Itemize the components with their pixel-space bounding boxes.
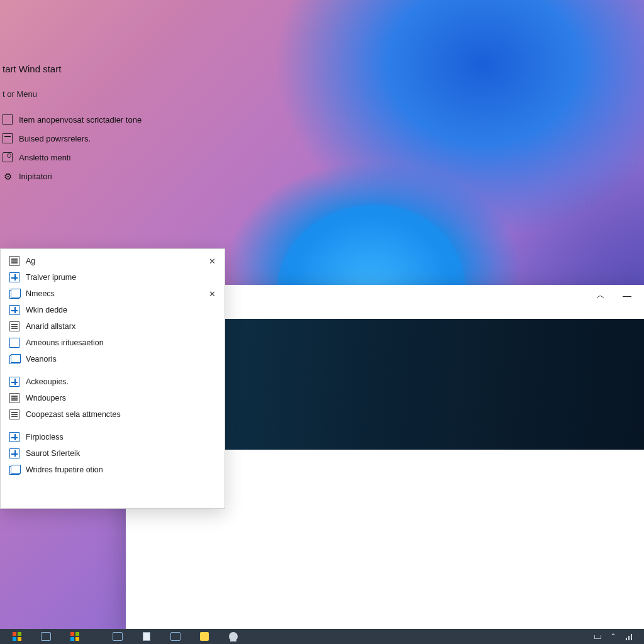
start-title: tart Wind start <box>0 60 226 86</box>
grid-icon <box>9 432 19 442</box>
apps-item-4[interactable]: Anarid allstarx <box>1 318 225 335</box>
taskbar-browser[interactable] <box>162 630 189 643</box>
doc-icon <box>9 393 19 403</box>
start-item-label: Ansletto menti <box>19 153 70 162</box>
start-item-3[interactable]: Inipitatori <box>0 167 226 186</box>
disk-icon <box>3 152 13 162</box>
apps-item-1[interactable]: Tralver iprume <box>1 269 225 286</box>
taskbar-mail[interactable] <box>33 630 59 643</box>
taskbar-notes[interactable] <box>191 630 218 643</box>
close-icon[interactable]: ✕ <box>209 257 216 266</box>
square-icon <box>9 338 19 348</box>
apps-item-0[interactable]: Ag✕ <box>1 253 225 269</box>
apps-item-label: Ag <box>26 257 35 265</box>
grid-icon <box>9 272 19 282</box>
taskbar-windows[interactable] <box>62 630 88 643</box>
gear-icon <box>3 171 13 181</box>
calendar-icon <box>3 133 13 143</box>
svg-rect-1 <box>628 636 630 640</box>
apps-item-label: Anarid allstarx <box>26 322 75 331</box>
apps-item-10[interactable]: Firpiocless <box>1 429 225 445</box>
apps-item-label: Saurot Srlerteik <box>26 449 80 458</box>
apps-item-12[interactable]: Wridres frupetire otion <box>1 462 225 478</box>
start-item-label: Buised powrsrelers. <box>19 134 91 143</box>
apps-item-label: Firpiocless <box>26 433 64 441</box>
apps-item-label: Veanoris <box>26 355 57 364</box>
taskbar: ⌴ ⌃ <box>0 629 644 644</box>
apps-panel: Ag✕Tralver iprumeNmeecs✕Wkin deddeAnarid… <box>0 248 225 509</box>
system-tray: ⌴ ⌃ <box>594 632 640 641</box>
apps-item-3[interactable]: Wkin dedde <box>1 302 225 318</box>
letter-icon <box>9 256 19 266</box>
apps-item-label: Coopezast sela attmenctes <box>26 410 121 419</box>
start-item-label: Item anopenvosat scrictadier tone <box>19 115 142 125</box>
taskbar-people[interactable] <box>220 630 247 643</box>
start-subtitle: t or Menu <box>0 86 226 110</box>
tray-network-icon[interactable] <box>625 632 634 641</box>
close-icon[interactable]: ✕ <box>209 289 216 299</box>
taskbar-folder[interactable] <box>104 630 131 643</box>
folder-icon <box>113 632 123 641</box>
collapse-button[interactable]: ︿ <box>596 290 605 301</box>
taskbar-start[interactable] <box>4 630 30 643</box>
start-item-1[interactable]: Buised powrsrelers. <box>0 129 226 148</box>
minimize-button[interactable]: — <box>623 291 631 301</box>
apps-item-label: Ameouns irituesaetion <box>26 338 104 347</box>
start-item-0[interactable]: Item anopenvosat scrictadier tone <box>0 110 226 129</box>
apps-item-label: Tralver iprume <box>26 273 76 282</box>
start-item-label: Inipitatori <box>19 172 52 181</box>
list-icon <box>3 114 13 125</box>
windows-icon <box>13 632 21 641</box>
stack-icon <box>9 465 19 475</box>
svg-rect-0 <box>626 638 627 640</box>
blank-icon <box>9 409 19 419</box>
apps-item-7[interactable]: Ackeoupies. <box>1 374 225 390</box>
chart-icon <box>9 305 19 315</box>
svg-rect-2 <box>631 634 632 640</box>
apps-item-label: Nmeecs <box>26 289 55 298</box>
apps-item-2[interactable]: Nmeecs✕ <box>1 286 225 302</box>
building-icon <box>9 289 19 299</box>
stack-icon <box>9 354 19 364</box>
start-shell: tart Wind start t or Menu Item anopenvos… <box>0 60 226 186</box>
doc-icon <box>9 321 19 331</box>
mail-icon <box>41 632 51 641</box>
start-item-2[interactable]: Ansletto menti <box>0 148 226 167</box>
windows-icon <box>70 632 79 641</box>
people-icon <box>229 632 238 641</box>
list2-icon <box>9 377 19 387</box>
doc-icon <box>143 632 150 641</box>
apps-item-6[interactable]: Veanoris <box>1 351 225 367</box>
apps-item-9[interactable]: Coopezast sela attmenctes <box>1 406 225 423</box>
apps-item-label: Ackeoupies. <box>26 377 69 386</box>
tray-up-icon[interactable]: ⌃ <box>610 632 616 641</box>
apps-item-label: Wridres frupetire otion <box>26 465 103 474</box>
apps-item-5[interactable]: Ameouns irituesaetion <box>1 335 225 351</box>
taskbar-doc[interactable] <box>133 630 160 643</box>
browser-icon <box>170 632 180 641</box>
apps-item-label: Wndoupers <box>26 394 66 402</box>
grid-icon <box>9 448 19 458</box>
notes-icon <box>200 632 209 641</box>
apps-item-label: Wkin dedde <box>26 306 67 314</box>
apps-item-8[interactable]: Wndoupers <box>1 390 225 406</box>
tray-ime-icon[interactable]: ⌴ <box>594 632 601 641</box>
apps-item-11[interactable]: Saurot Srlerteik <box>1 445 225 462</box>
